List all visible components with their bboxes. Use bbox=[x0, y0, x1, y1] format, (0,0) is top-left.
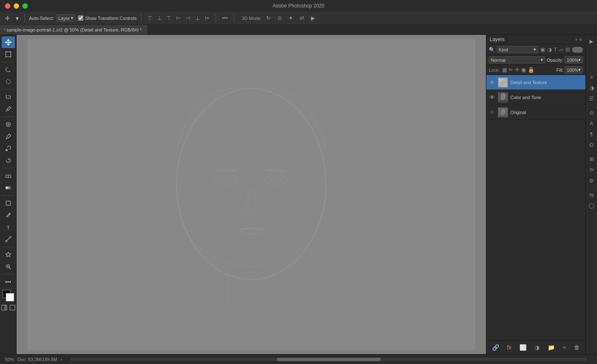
show-transform-checkbox[interactable]: Show Transform Controls bbox=[78, 15, 136, 21]
screen-mode-icon[interactable] bbox=[9, 304, 16, 311]
path-tool[interactable] bbox=[2, 233, 15, 245]
layer-item[interactable]: 👁 Original bbox=[486, 105, 585, 120]
blend-mode-dropdown[interactable]: Normal ▾ bbox=[489, 56, 545, 63]
actions-icon[interactable]: ⇆ bbox=[587, 190, 597, 200]
add-layer-icon[interactable]: + bbox=[561, 343, 568, 352]
maximize-button[interactable] bbox=[22, 3, 28, 9]
more-tools[interactable]: ••• bbox=[2, 276, 15, 288]
filter-smart-icon[interactable]: ⊞ bbox=[565, 46, 570, 53]
align-top-icon[interactable]: ⊤ bbox=[146, 14, 154, 22]
adjustments-icon[interactable]: ◑ bbox=[587, 83, 597, 93]
character-icon[interactable]: A bbox=[587, 119, 597, 129]
eyedropper-tool[interactable] bbox=[2, 103, 15, 115]
filter-pixel-icon[interactable]: ▣ bbox=[540, 46, 546, 53]
lock-all-icon[interactable]: 🔒 bbox=[528, 67, 534, 73]
filter-shape-icon[interactable]: ▱ bbox=[559, 46, 564, 53]
healing-tool[interactable] bbox=[2, 119, 15, 130]
svg-rect-40 bbox=[498, 115, 508, 117]
zoom-tool[interactable] bbox=[2, 261, 15, 272]
link-layers-icon[interactable]: 🔗 bbox=[490, 343, 501, 352]
marquee-tool[interactable] bbox=[2, 76, 15, 87]
layer-visibility-icon[interactable]: 👁 bbox=[489, 109, 495, 116]
fill-value-control[interactable]: 100% ▾ bbox=[565, 66, 583, 73]
align-middle-icon[interactable]: ⊥ bbox=[155, 14, 164, 22]
toolbar-separator bbox=[24, 14, 25, 22]
channels-icon[interactable]: ⟳ bbox=[587, 165, 597, 175]
filter-type-icon[interactable]: T bbox=[553, 46, 558, 53]
transform-checkbox-input[interactable] bbox=[78, 15, 83, 21]
more-options-button[interactable]: ••• bbox=[220, 14, 230, 22]
layer-visibility-icon[interactable]: 👁 bbox=[489, 79, 495, 86]
window-controls[interactable] bbox=[5, 3, 28, 9]
document-tab[interactable]: × sample-image-portrait-1.cr2 @ 50% (Det… bbox=[0, 25, 148, 34]
quick-mask-icon[interactable] bbox=[1, 304, 7, 311]
layers-expand-icon[interactable]: » bbox=[575, 37, 578, 42]
color-swatches[interactable] bbox=[2, 290, 14, 301]
svg-rect-12 bbox=[6, 187, 11, 189]
3d-video-icon[interactable]: ▶ bbox=[309, 14, 317, 22]
history-icon[interactable]: ◯ bbox=[587, 201, 597, 211]
filter-adjustment-icon[interactable]: ◑ bbox=[547, 46, 552, 53]
adjustment-layer-icon[interactable]: ◑ bbox=[533, 343, 541, 352]
add-mask-icon[interactable]: ⬜ bbox=[518, 343, 528, 352]
crop-tool[interactable] bbox=[2, 91, 15, 103]
artboard-tool[interactable] bbox=[2, 49, 15, 60]
3d-rotate-icon[interactable]: ↻ bbox=[264, 14, 273, 22]
auto-select-label: Auto-Select: bbox=[29, 16, 54, 21]
paragraph-icon[interactable]: ¶ bbox=[587, 129, 597, 139]
3d-pan-icon[interactable]: ⊙ bbox=[275, 14, 284, 22]
lock-artboard-icon[interactable]: ▣ bbox=[521, 67, 526, 73]
minimize-button[interactable] bbox=[14, 3, 19, 9]
move-tool-icon[interactable]: ✛ bbox=[3, 14, 12, 22]
align-center-icon[interactable]: ⊣ bbox=[184, 14, 192, 22]
properties-icon[interactable]: ≡ bbox=[587, 72, 597, 82]
distribute-icon[interactable]: ⊨ bbox=[203, 14, 211, 22]
3d-mode-label: 3D Mode: bbox=[242, 16, 262, 21]
clone-stamp-tool[interactable] bbox=[2, 143, 15, 154]
lock-transparency-icon[interactable]: ▦ bbox=[502, 67, 507, 73]
scroll-thumb[interactable] bbox=[277, 358, 380, 361]
status-nav-arrow[interactable]: › bbox=[61, 357, 62, 362]
glyphs-icon[interactable]: Ω bbox=[587, 140, 597, 150]
move-tool[interactable] bbox=[2, 36, 15, 48]
align-bottom-icon[interactable]: ⊤ bbox=[165, 14, 173, 22]
layer-item[interactable]: 👁 Detail and Texture bbox=[486, 75, 585, 90]
lock-position-icon[interactable]: ✛ bbox=[515, 67, 519, 73]
type-tool[interactable]: T bbox=[2, 221, 15, 233]
lasso-tool[interactable] bbox=[2, 64, 15, 75]
3d-orbit-icon[interactable]: ✦ bbox=[286, 14, 295, 22]
svg-point-29 bbox=[225, 179, 228, 181]
filter-toggle[interactable] bbox=[572, 47, 583, 53]
paths-icon[interactable]: ⚙ bbox=[587, 176, 597, 186]
add-group-icon[interactable]: 📁 bbox=[546, 343, 556, 352]
3d-slide-icon[interactable]: ⇄ bbox=[298, 14, 306, 22]
opacity-value-control[interactable]: 100% ▾ bbox=[565, 56, 583, 63]
collapse-panel-icon[interactable]: ▶ bbox=[587, 36, 597, 46]
brush-tool[interactable] bbox=[2, 131, 15, 142]
delete-layer-icon[interactable]: 🗑 bbox=[572, 343, 581, 352]
canvas-content[interactable] bbox=[27, 39, 475, 350]
horizontal-scrollbar[interactable] bbox=[70, 358, 587, 361]
layers-menu-icon[interactable]: ≡ bbox=[580, 37, 582, 42]
align-left-icon[interactable]: ⊢ bbox=[174, 14, 183, 22]
lock-paint-icon[interactable]: ✏ bbox=[509, 67, 513, 73]
layer-item[interactable]: 👁 Color and Tone bbox=[486, 90, 585, 105]
align-right-icon[interactable]: ⊥ bbox=[193, 14, 202, 22]
add-style-icon[interactable]: fx bbox=[505, 343, 513, 352]
background-color[interactable] bbox=[6, 293, 14, 301]
tab-close-icon[interactable]: × bbox=[3, 27, 6, 32]
history-brush-tool[interactable] bbox=[2, 155, 15, 166]
layer-dropdown[interactable]: Layer ▾ bbox=[56, 15, 76, 22]
shape-tool[interactable] bbox=[2, 197, 15, 209]
gradient-tool[interactable] bbox=[2, 182, 15, 194]
close-button[interactable] bbox=[5, 3, 10, 9]
layers-icon[interactable]: ⊞ bbox=[587, 154, 597, 164]
filter-kind-dropdown[interactable]: Kind ▾ bbox=[497, 46, 538, 53]
eraser-tool[interactable] bbox=[2, 170, 15, 182]
layer-visibility-icon[interactable]: 👁 bbox=[489, 94, 495, 101]
brush-settings-icon[interactable]: ⊙ bbox=[587, 108, 597, 118]
pen-tool[interactable] bbox=[2, 209, 15, 221]
sharpen-tool[interactable] bbox=[2, 249, 15, 260]
move-options-icon[interactable]: ▾ bbox=[14, 14, 20, 22]
libraries-icon[interactable]: ☰ bbox=[587, 94, 597, 104]
